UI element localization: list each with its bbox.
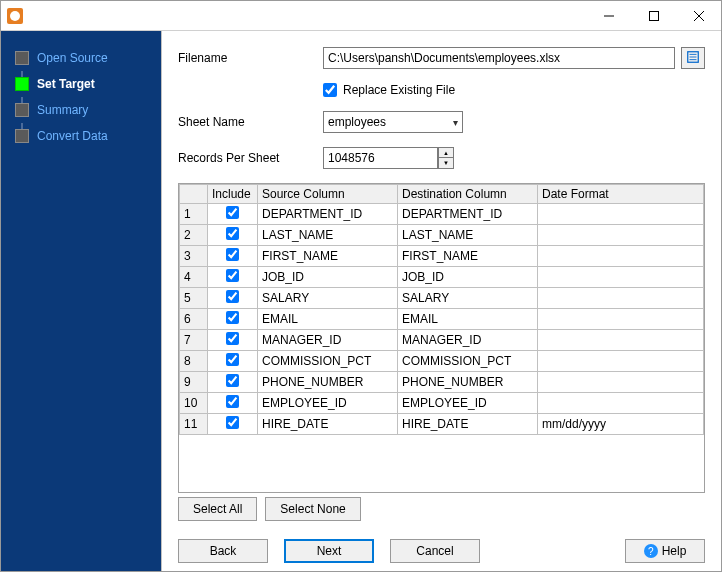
sheet-name-value: employees xyxy=(328,115,386,129)
table-row[interactable]: 6EMAILEMAIL xyxy=(180,309,704,330)
destination-column-cell[interactable]: LAST_NAME xyxy=(398,225,538,246)
include-checkbox[interactable] xyxy=(226,416,239,429)
date-format-cell[interactable] xyxy=(538,372,704,393)
row-number: 8 xyxy=(180,351,208,372)
select-none-button[interactable]: Select None xyxy=(265,497,360,521)
source-column-cell[interactable]: FIRST_NAME xyxy=(258,246,398,267)
include-checkbox[interactable] xyxy=(226,311,239,324)
wizard-steps-sidebar: Open SourceSet TargetSummaryConvert Data xyxy=(1,31,161,571)
filename-input[interactable] xyxy=(323,47,675,69)
step-label: Set Target xyxy=(37,77,95,91)
records-spin-down[interactable]: ▼ xyxy=(438,158,454,169)
grid-header-row: Include Source Column Destination Column… xyxy=(180,185,704,204)
svg-rect-1 xyxy=(649,11,658,20)
table-row[interactable]: 7MANAGER_IDMANAGER_ID xyxy=(180,330,704,351)
table-row[interactable]: 11HIRE_DATEHIRE_DATEmm/dd/yyyy xyxy=(180,414,704,435)
records-spin-up[interactable]: ▲ xyxy=(438,147,454,158)
step-indicator-icon xyxy=(15,129,29,143)
source-column-cell[interactable]: DEPARTMENT_ID xyxy=(258,204,398,225)
step-label: Convert Data xyxy=(37,129,108,143)
destination-column-cell[interactable]: EMPLOYEE_ID xyxy=(398,393,538,414)
include-checkbox[interactable] xyxy=(226,206,239,219)
replace-existing-checkbox[interactable] xyxy=(323,83,337,97)
header-include[interactable]: Include xyxy=(208,185,258,204)
table-row[interactable]: 1DEPARTMENT_IDDEPARTMENT_ID xyxy=(180,204,704,225)
destination-column-cell[interactable]: DEPARTMENT_ID xyxy=(398,204,538,225)
back-button[interactable]: Back xyxy=(178,539,268,563)
date-format-cell[interactable] xyxy=(538,204,704,225)
select-all-button[interactable]: Select All xyxy=(178,497,257,521)
wizard-step[interactable]: Convert Data xyxy=(1,123,161,149)
date-format-cell[interactable] xyxy=(538,246,704,267)
wizard-step[interactable]: Set Target xyxy=(1,71,161,97)
include-checkbox[interactable] xyxy=(226,374,239,387)
help-button[interactable]: ? Help xyxy=(625,539,705,563)
header-date-format[interactable]: Date Format xyxy=(538,185,704,204)
header-source-column[interactable]: Source Column xyxy=(258,185,398,204)
header-destination-column[interactable]: Destination Column xyxy=(398,185,538,204)
chevron-down-icon: ▾ xyxy=(453,117,458,128)
table-row[interactable]: 9PHONE_NUMBERPHONE_NUMBER xyxy=(180,372,704,393)
source-column-cell[interactable]: HIRE_DATE xyxy=(258,414,398,435)
date-format-cell[interactable] xyxy=(538,225,704,246)
cancel-button[interactable]: Cancel xyxy=(390,539,480,563)
row-number: 6 xyxy=(180,309,208,330)
next-button[interactable]: Next xyxy=(284,539,374,563)
destination-column-cell[interactable]: EMAIL xyxy=(398,309,538,330)
grid-corner xyxy=(180,185,208,204)
close-button[interactable] xyxy=(676,1,721,31)
row-number: 11 xyxy=(180,414,208,435)
source-column-cell[interactable]: EMAIL xyxy=(258,309,398,330)
date-format-cell[interactable] xyxy=(538,330,704,351)
records-per-sheet-input[interactable] xyxy=(323,147,438,169)
step-label: Summary xyxy=(37,103,88,117)
date-format-cell[interactable]: mm/dd/yyyy xyxy=(538,414,704,435)
table-row[interactable]: 3FIRST_NAMEFIRST_NAME xyxy=(180,246,704,267)
date-format-cell[interactable] xyxy=(538,288,704,309)
destination-column-cell[interactable]: JOB_ID xyxy=(398,267,538,288)
main-panel: Filename Replace Existing File Sheet Nam… xyxy=(161,31,721,571)
table-row[interactable]: 8COMMISSION_PCTCOMMISSION_PCT xyxy=(180,351,704,372)
step-indicator-icon xyxy=(15,77,29,91)
row-number: 1 xyxy=(180,204,208,225)
source-column-cell[interactable]: EMPLOYEE_ID xyxy=(258,393,398,414)
include-checkbox[interactable] xyxy=(226,395,239,408)
source-column-cell[interactable]: MANAGER_ID xyxy=(258,330,398,351)
table-row[interactable]: 2LAST_NAMELAST_NAME xyxy=(180,225,704,246)
source-column-cell[interactable]: JOB_ID xyxy=(258,267,398,288)
destination-column-cell[interactable]: FIRST_NAME xyxy=(398,246,538,267)
step-indicator-icon xyxy=(15,51,29,65)
date-format-cell[interactable] xyxy=(538,351,704,372)
source-column-cell[interactable]: LAST_NAME xyxy=(258,225,398,246)
wizard-step[interactable]: Open Source xyxy=(1,45,161,71)
source-column-cell[interactable]: COMMISSION_PCT xyxy=(258,351,398,372)
date-format-cell[interactable] xyxy=(538,267,704,288)
row-number: 10 xyxy=(180,393,208,414)
date-format-cell[interactable] xyxy=(538,393,704,414)
date-format-cell[interactable] xyxy=(538,309,704,330)
include-checkbox[interactable] xyxy=(226,248,239,261)
include-checkbox[interactable] xyxy=(226,227,239,240)
source-column-cell[interactable]: SALARY xyxy=(258,288,398,309)
include-checkbox[interactable] xyxy=(226,353,239,366)
include-checkbox[interactable] xyxy=(226,269,239,282)
include-checkbox[interactable] xyxy=(226,332,239,345)
sheet-name-select[interactable]: employees ▾ xyxy=(323,111,463,133)
table-row[interactable]: 4JOB_IDJOB_ID xyxy=(180,267,704,288)
destination-column-cell[interactable]: PHONE_NUMBER xyxy=(398,372,538,393)
wizard-step[interactable]: Summary xyxy=(1,97,161,123)
replace-existing-label[interactable]: Replace Existing File xyxy=(343,83,455,97)
maximize-button[interactable] xyxy=(631,1,676,31)
destination-column-cell[interactable]: COMMISSION_PCT xyxy=(398,351,538,372)
minimize-button[interactable] xyxy=(586,1,631,31)
source-column-cell[interactable]: PHONE_NUMBER xyxy=(258,372,398,393)
help-icon: ? xyxy=(644,544,658,558)
help-label: Help xyxy=(662,544,687,558)
table-row[interactable]: 5SALARYSALARY xyxy=(180,288,704,309)
include-checkbox[interactable] xyxy=(226,290,239,303)
destination-column-cell[interactable]: MANAGER_ID xyxy=(398,330,538,351)
destination-column-cell[interactable]: SALARY xyxy=(398,288,538,309)
destination-column-cell[interactable]: HIRE_DATE xyxy=(398,414,538,435)
browse-button[interactable] xyxy=(681,47,705,69)
table-row[interactable]: 10EMPLOYEE_IDEMPLOYEE_ID xyxy=(180,393,704,414)
